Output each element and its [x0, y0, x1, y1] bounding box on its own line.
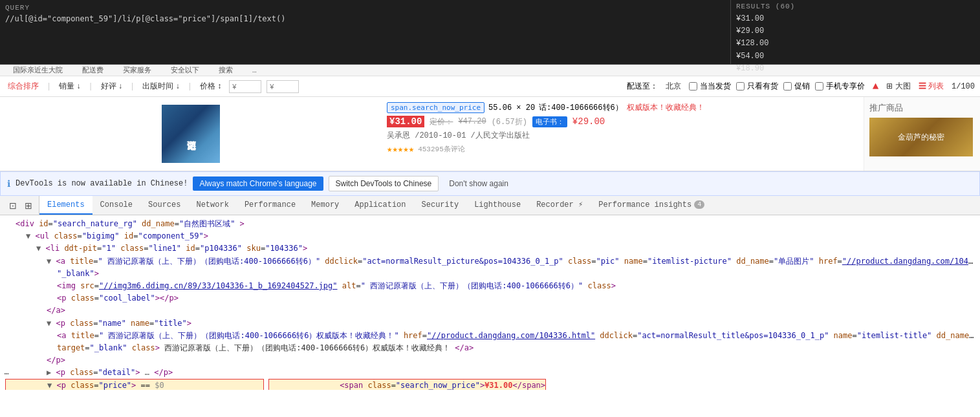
- sort-pub-date[interactable]: 出版时间 ↓: [140, 80, 182, 93]
- product-image[interactable]: 西游记: [162, 105, 220, 163]
- sort-good-reviews[interactable]: 好评 ↓: [98, 80, 125, 93]
- city-selector[interactable]: 北京: [663, 80, 684, 93]
- checkbox-dangdang-ship[interactable]: 当当发货: [689, 81, 731, 92]
- html-line: </a>: [5, 305, 975, 317]
- cursor-icon[interactable]: ⊡: [6, 199, 19, 212]
- devtools-tab-icons: ⊡ ⊞: [3, 196, 39, 215]
- span-size: 55.06 × 20: [488, 103, 535, 112]
- tab-security[interactable]: Security: [414, 196, 467, 215]
- html-line: ▼ <p class="name" name="title">: [5, 317, 975, 330]
- query-label: QUERY: [5, 4, 725, 12]
- product-title-row: span.search_now_price 55.06 × 20 话:400-1…: [387, 102, 858, 113]
- ship-to-label: 配送至：: [627, 81, 658, 92]
- product-meta: 吴承恩 /2010-10-01 /人民文学出版社: [387, 130, 858, 141]
- query-input[interactable]: //ul[@id="component_59"]/li/p[@class="pr…: [5, 14, 725, 23]
- tab-recorder[interactable]: Recorder ⚡: [528, 196, 591, 215]
- result-item: ¥18.90: [736, 63, 975, 75]
- tab-lighthouse[interactable]: Lighthouse: [466, 196, 528, 215]
- html-source: <div id="search_nature_rg" dd_name="自然图书…: [0, 215, 980, 390]
- tab-performance-insights[interactable]: Performance insights 4: [591, 196, 712, 215]
- performance-insights-badge: 4: [694, 200, 704, 209]
- ebook-price: ¥29.00: [572, 116, 605, 127]
- price-original-label: 定价：: [430, 116, 453, 127]
- sort-price[interactable]: 价格 ↕: [197, 80, 224, 93]
- result-item: ¥54.00: [736, 50, 975, 63]
- tab-console[interactable]: Console: [93, 196, 140, 215]
- product-tag[interactable]: 权威版本！收藏经典！: [627, 102, 704, 113]
- tab-performance[interactable]: Performance: [237, 196, 303, 215]
- filter-sep4: |: [188, 82, 192, 91]
- product-info: span.search_now_price 55.06 × 20 话:400-1…: [382, 97, 864, 171]
- price-current-highlight: ¥31.00: [387, 116, 424, 127]
- recommend-title: 推广商品: [869, 102, 975, 114]
- html-line: ▼ <a title=" 西游记原著版（上、下册）（团购电话:400-10666…: [5, 255, 975, 268]
- checkbox-promo[interactable]: 促销: [783, 81, 810, 92]
- nav-more[interactable]: …: [252, 67, 257, 74]
- product-price-row: ¥31.00 定价： ¥47.20 (6.57折) 电子书： ¥29.00: [387, 116, 858, 127]
- price-discount: (6.57折): [492, 116, 527, 127]
- span-selector-badge: span.search_now_price: [387, 102, 485, 113]
- ebook-badge: 电子书：: [532, 116, 567, 127]
- filter-sep: |: [47, 82, 51, 91]
- expand-dots-menu[interactable]: ⋯: [0, 367, 13, 380]
- promo-icon: ▲: [873, 81, 879, 92]
- result-item: ¥128.00: [736, 37, 975, 50]
- sort-sales[interactable]: 销量 ↓: [56, 80, 83, 93]
- devtools-tabs: ⊡ ⊞ Elements Console Sources Network Per…: [0, 196, 980, 215]
- tab-elements[interactable]: Elements: [39, 196, 93, 215]
- html-line: ▶ <p class="detail"> … </p>: [5, 367, 975, 379]
- tab-network[interactable]: Network: [188, 196, 236, 215]
- tab-sources[interactable]: Sources: [140, 196, 188, 215]
- btn-switch-devtools[interactable]: Switch DevTools to Chinese: [329, 176, 439, 191]
- price-max-input[interactable]: [267, 80, 299, 93]
- html-line: ▼ <ul class="bigimg" id="component_59">: [5, 230, 975, 242]
- result-item: ¥31.00: [736, 13, 975, 25]
- tab-application[interactable]: Application: [347, 196, 413, 215]
- banner-text: DevTools is now available in Chinese!: [16, 179, 188, 188]
- price-original: ¥47.20: [458, 117, 486, 126]
- product-stars: ★★★★★: [387, 144, 414, 155]
- product-image-area: 西游记: [0, 97, 382, 171]
- box-select-icon[interactable]: ⊞: [22, 199, 35, 212]
- nav-item[interactable]: 安全以下: [171, 65, 199, 75]
- devtools-banner: ℹ DevTools is now available in Chinese! …: [0, 171, 980, 196]
- price-min-input[interactable]: [229, 80, 261, 93]
- view-grid-btn[interactable]: ⊞ 大图: [884, 80, 913, 93]
- html-line-span-highlighted[interactable]: <span class="search_now_price">¥31.00</s…: [268, 379, 546, 390]
- html-line-highlighted[interactable]: ▼ <p class="price"> == $0: [5, 379, 264, 390]
- recommend-image[interactable]: 金葫芦的秘密: [869, 118, 973, 156]
- product-area: 西游记 span.search_now_price 55.06 × 20 话:4…: [0, 97, 980, 171]
- html-line: "_blank">: [5, 268, 975, 280]
- checkbox-in-stock[interactable]: 只看有货: [736, 81, 778, 92]
- html-line: ▼ <li ddt-pit="1" class="line1" id="p104…: [5, 242, 975, 255]
- results-label: RESULTS (60): [736, 3, 975, 10]
- recommend-panel: 推广商品 金葫芦的秘密: [864, 97, 980, 171]
- checkbox-mobile-exclusive[interactable]: 手机专享价: [815, 81, 865, 92]
- html-line: </p>: [5, 354, 975, 367]
- nav-item[interactable]: 买家服务: [123, 65, 151, 75]
- html-line: <div id="search_nature_rg" dd_name="自然图书…: [5, 218, 975, 230]
- html-line: <a title=" 西游记原著版（上、下册）（团购电话:400-1066666…: [5, 330, 975, 342]
- results-list: ¥31.00¥29.00¥128.00¥54.00¥18.90: [736, 13, 975, 75]
- filter-sep3: |: [130, 82, 135, 91]
- recommend-img-text: 金葫芦的秘密: [898, 132, 944, 143]
- result-item: ¥29.00: [736, 25, 975, 37]
- nav-item[interactable]: 国际亲近生大院: [13, 65, 63, 75]
- nav-item[interactable]: 配送费: [82, 65, 103, 75]
- product-phone: 话:400-1066666转6）: [539, 102, 623, 113]
- view-list-btn[interactable]: ☰ 列表: [916, 80, 946, 93]
- review-count[interactable]: 453295条评论: [418, 144, 465, 154]
- filter-sep2: |: [89, 82, 93, 91]
- html-line: <img src="//img3m6.ddimg.cn/89/33/104336…: [5, 280, 975, 292]
- sort-comprehensive[interactable]: 综合排序: [5, 80, 41, 93]
- info-icon: ℹ: [7, 178, 10, 189]
- btn-dont-show[interactable]: Don't show again: [444, 176, 514, 191]
- filter-bar: 综合排序 | 销量 ↓ | 好评 ↓ | 出版时间 ↓ | 价格 ↕ 配送至： …: [0, 76, 980, 97]
- html-line: target="_blank" class> 西游记原著版（上、下册）（团购电话…: [5, 342, 975, 354]
- btn-match-language[interactable]: Always match Chrome's language: [193, 176, 323, 191]
- html-line: <p class="cool_label"></p>: [5, 292, 975, 305]
- nav-item[interactable]: 搜索: [219, 65, 233, 75]
- tab-memory[interactable]: Memory: [303, 196, 347, 215]
- page-info: 1/100: [952, 82, 975, 91]
